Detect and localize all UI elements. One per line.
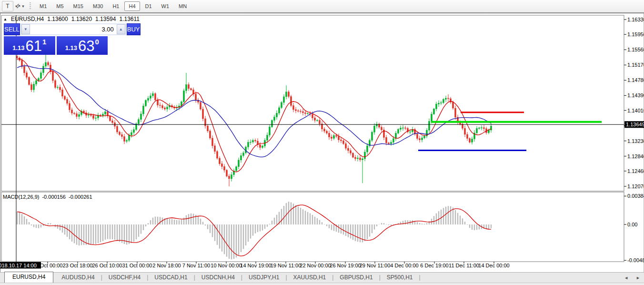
timeframe-button-h1[interactable]: H1 [108,1,123,11]
svg-text:1.12460: 1.12460 [627,168,644,174]
buy-price-pips: 63 [78,39,94,53]
svg-text:1.14390: 1.14390 [627,92,644,98]
chart-tabs: EURUSD,H4AUDUSD,H4|USDCHF,H4|USDCAD,H1|U… [0,272,644,283]
svg-text:7 Nov 11:00: 7 Nov 11:00 [182,263,211,268]
sell-price-tile[interactable]: 1.13 61 1 [4,36,55,55]
svg-text:10 Nov 00:00: 10 Nov 00:00 [211,263,242,268]
triangle-down-icon: ▼ [24,27,28,31]
sell-button-label: SELL [4,26,20,33]
svg-text:1.14010: 1.14010 [627,108,644,113]
svg-text:22 Nov 00:00: 22 Nov 00:00 [300,263,331,268]
svg-text:11 Dec 11:00: 11 Dec 11:00 [449,263,479,268]
svg-text:26 Nov 19:00: 26 Nov 19:00 [330,263,361,268]
chart-tab-usdcad[interactable]: USDCAD,H1 [149,273,193,283]
timeframe-button-m1[interactable]: M1 [35,1,51,11]
timeframe-button-group: M1M5M15M30H1H4D1W1MN [35,1,191,11]
timeframe-button-m30[interactable]: M30 [89,1,107,11]
svg-text:31 Oct 00:00: 31 Oct 00:00 [122,263,152,268]
svg-text:-0.004856: -0.004856 [627,257,644,263]
volume-decrease-button[interactable]: ▼ [21,24,30,34]
svg-text:6 Dec 19:00: 6 Dec 19:00 [420,263,448,268]
timeframe-button-w1[interactable]: W1 [157,1,174,11]
tab-scroll-left-icon[interactable]: ◄ [624,275,628,280]
sell-price-pips: 61 [25,39,41,53]
svg-text:23 Oct 18:00: 23 Oct 18:00 [63,263,93,268]
chart-tab-gbpusd[interactable]: GBPUSD,H1 [334,273,378,283]
svg-text:1.16330: 1.16330 [627,17,644,22]
svg-text:14 Dec 00:00: 14 Dec 00:00 [478,263,509,268]
svg-text:4 Dec 00:00: 4 Dec 00:00 [390,263,418,268]
svg-text:1.12840: 1.12840 [627,153,644,159]
sell-price-prefix: 1.13 [12,44,24,51]
ohlc-low: 1.13594 [95,16,116,22]
svg-text:0.00: 0.00 [627,222,637,227]
svg-text:1.13649: 1.13649 [626,122,644,127]
ohlc-close: 1.13611 [119,16,140,22]
chart-tab-xauusd[interactable]: XAUUSD,H1 [288,273,332,283]
chart-tab-sp500[interactable]: SP500,H1 [381,273,419,283]
panel-collapse-icon[interactable]: ▲ [3,17,7,21]
macd-main-value: -0.000156 [42,194,66,200]
macd-signal-value: -0.000261 [69,194,92,200]
macd-indicator-label: MACD(12,26,9) -0.000156 -0.000261 [3,194,92,200]
volume-control: ▼ ▲ [20,23,126,35]
svg-text:26 Oct 10:00: 26 Oct 10:00 [92,263,122,268]
trading-terminal: T ⇵ ▼ M1M5M15M30H1H4D1W1MN 1.163301.1595… [0,0,644,285]
svg-text:0.003847: 0.003847 [627,193,644,199]
svg-text:19 Nov 11:00: 19 Nov 11:00 [271,263,302,268]
text-tool-icon: T [6,3,9,10]
chevron-down-icon: ▼ [21,4,25,9]
status-strip [0,283,644,285]
chart-symbol-label: EURUSD,H4 [11,16,44,22]
ohlc-open: 1.13600 [47,16,68,22]
buy-price-prefix: 1.13 [65,44,77,51]
svg-text:1.12070: 1.12070 [627,183,644,189]
svg-text:2018.10.17 14:00: 2018.10.17 14:00 [0,263,37,268]
timeframe-button-d1[interactable]: D1 [141,1,156,11]
svg-text:1.15560: 1.15560 [627,47,644,52]
svg-text:2 Nov 18:00: 2 Nov 18:00 [152,263,181,268]
ohlc-high: 1.13620 [71,16,92,22]
timeframe-button-m5[interactable]: M5 [52,1,68,11]
svg-text:14 Nov 19:00: 14 Nov 19:00 [240,263,271,268]
chart-tab-usdchf[interactable]: USDCHF,H4 [103,273,146,283]
chart-tab-audusd[interactable]: AUDUSD,H4 [56,273,100,283]
svg-text:29 Nov 11:00: 29 Nov 11:00 [360,263,391,268]
sell-price-point: 1 [42,38,46,46]
timeframe-button-h4[interactable]: H4 [124,1,140,11]
volume-input[interactable] [30,24,117,34]
svg-text:1.15950: 1.15950 [627,31,644,37]
macd-name: MACD(12,26,9) [3,194,39,200]
svg-text:1.13230: 1.13230 [627,138,644,144]
toolbar: T ⇵ ▼ M1M5M15M30H1H4D1W1MN [0,0,644,13]
buy-button[interactable]: BUY [127,23,141,35]
toolbar-drag-handle[interactable] [30,2,31,10]
triangle-up-icon: ▲ [119,27,123,31]
buy-button-label: BUY [127,26,140,33]
one-click-trading-panel: SELL ▼ ▲ BUY 1.13 61 [4,23,108,55]
chart-tab-usdjpy[interactable]: USDJPY,H1 [243,273,285,283]
cursor-mode-button[interactable]: ⇵ ▼ [14,1,26,11]
tab-separator: | [419,274,421,281]
tab-scroll-controls: ◄ ► [624,275,640,280]
timeframe-button-mn[interactable]: MN [174,1,191,11]
timeframe-button-m15[interactable]: M15 [69,1,88,11]
chart-tab-usdcnh[interactable]: USDCNH,H4 [196,273,241,283]
volume-increase-button[interactable]: ▲ [117,24,125,34]
tab-scroll-right-icon[interactable]: ► [636,275,640,280]
chart-window: 1.163301.159501.155601.151701.147801.143… [0,13,644,285]
svg-text:1.15170: 1.15170 [627,62,644,68]
chart-title: ▲ EURUSD,H4 1.13600 1.13620 1.13594 1.13… [3,16,140,22]
sell-button[interactable]: SELL [4,23,20,35]
chart-tab-eurusd[interactable]: EURUSD,H4 [4,272,53,283]
svg-text:1.14780: 1.14780 [627,77,644,83]
buy-price-point: 0 [95,38,99,46]
diagonal-arrows-icon: ⇵ [13,2,21,10]
text-tool-button[interactable]: T [2,1,13,11]
buy-price-tile[interactable]: 1.13 63 0 [57,36,108,55]
